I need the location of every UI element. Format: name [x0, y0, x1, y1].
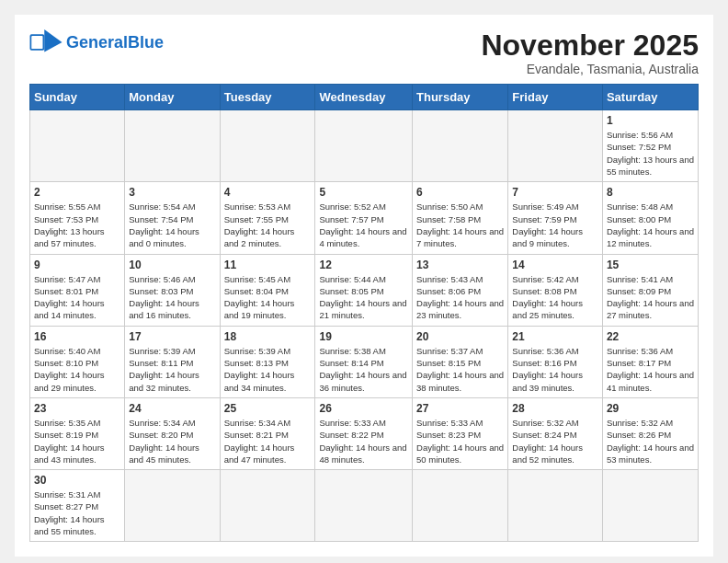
calendar: Sunday Monday Tuesday Wednesday Thursday… — [29, 84, 699, 542]
day-info: Sunrise: 5:40 AM Sunset: 8:10 PM Dayligh… — [34, 345, 120, 394]
calendar-cell: 5Sunrise: 5:52 AM Sunset: 7:57 PM Daylig… — [315, 182, 413, 254]
svg-marker-1 — [44, 29, 62, 52]
calendar-week-3: 9Sunrise: 5:47 AM Sunset: 8:01 PM Daylig… — [30, 254, 699, 326]
calendar-cell — [220, 470, 315, 542]
calendar-cell: 23Sunrise: 5:35 AM Sunset: 8:19 PM Dayli… — [30, 397, 125, 469]
day-info: Sunrise: 5:32 AM Sunset: 8:26 PM Dayligh… — [607, 417, 694, 465]
logo: GeneralBlue — [29, 29, 164, 55]
calendar-cell: 30Sunrise: 5:31 AM Sunset: 8:27 PM Dayli… — [30, 470, 125, 542]
calendar-cell: 25Sunrise: 5:34 AM Sunset: 8:21 PM Dayli… — [220, 397, 315, 469]
calendar-cell — [413, 470, 508, 542]
day-info: Sunrise: 5:39 AM Sunset: 8:13 PM Dayligh… — [224, 345, 312, 394]
day-number: 13 — [416, 259, 504, 271]
day-info: Sunrise: 5:55 AM Sunset: 7:53 PM Dayligh… — [34, 201, 120, 249]
logo-general: General — [66, 33, 128, 52]
calendar-cell: 2Sunrise: 5:55 AM Sunset: 7:53 PM Daylig… — [30, 182, 125, 254]
logo-text: GeneralBlue — [66, 34, 164, 51]
col-sunday: Sunday — [30, 85, 125, 110]
calendar-cell — [602, 470, 698, 542]
calendar-cell — [125, 470, 220, 542]
calendar-cell — [125, 110, 220, 182]
calendar-week-6: 30Sunrise: 5:31 AM Sunset: 8:27 PM Dayli… — [30, 470, 699, 542]
day-info: Sunrise: 5:53 AM Sunset: 7:55 PM Dayligh… — [224, 201, 312, 249]
calendar-week-5: 23Sunrise: 5:35 AM Sunset: 8:19 PM Dayli… — [30, 397, 699, 469]
day-info: Sunrise: 5:46 AM Sunset: 8:03 PM Dayligh… — [129, 273, 215, 322]
day-number: 29 — [607, 402, 694, 415]
location-subtitle: Evandale, Tasmania, Australia — [481, 62, 699, 76]
calendar-cell: 24Sunrise: 5:34 AM Sunset: 8:20 PM Dayli… — [125, 397, 220, 469]
day-info: Sunrise: 5:45 AM Sunset: 8:04 PM Dayligh… — [224, 273, 312, 322]
col-saturday: Saturday — [602, 85, 698, 110]
day-info: Sunrise: 5:35 AM Sunset: 8:19 PM Dayligh… — [34, 417, 120, 465]
day-number: 14 — [512, 259, 598, 271]
calendar-cell — [315, 470, 413, 542]
logo-icon — [29, 29, 63, 55]
day-number: 26 — [319, 402, 408, 415]
day-info: Sunrise: 5:44 AM Sunset: 8:05 PM Dayligh… — [319, 273, 408, 322]
calendar-cell: 28Sunrise: 5:32 AM Sunset: 8:24 PM Dayli… — [508, 397, 603, 469]
day-number: 1 — [607, 114, 694, 127]
day-number: 28 — [512, 402, 598, 415]
day-number: 4 — [224, 186, 312, 199]
calendar-cell: 22Sunrise: 5:36 AM Sunset: 8:17 PM Dayli… — [602, 326, 698, 397]
calendar-cell — [413, 110, 508, 182]
calendar-cell: 11Sunrise: 5:45 AM Sunset: 8:04 PM Dayli… — [220, 254, 315, 326]
day-number: 9 — [34, 259, 120, 271]
day-number: 30 — [34, 474, 120, 487]
calendar-header-row: Sunday Monday Tuesday Wednesday Thursday… — [30, 85, 699, 110]
col-friday: Friday — [508, 85, 603, 110]
col-thursday: Thursday — [413, 85, 508, 110]
day-info: Sunrise: 5:33 AM Sunset: 8:23 PM Dayligh… — [416, 417, 504, 465]
calendar-cell — [315, 110, 413, 182]
day-number: 27 — [416, 402, 504, 415]
calendar-cell: 10Sunrise: 5:46 AM Sunset: 8:03 PM Dayli… — [125, 254, 220, 326]
day-number: 5 — [319, 186, 408, 199]
calendar-cell: 9Sunrise: 5:47 AM Sunset: 8:01 PM Daylig… — [30, 254, 125, 326]
col-wednesday: Wednesday — [315, 85, 413, 110]
calendar-cell: 16Sunrise: 5:40 AM Sunset: 8:10 PM Dayli… — [30, 326, 125, 397]
day-info: Sunrise: 5:47 AM Sunset: 8:01 PM Dayligh… — [34, 273, 120, 322]
calendar-cell — [220, 110, 315, 182]
header: GeneralBlue November 2025 Evandale, Tasm… — [29, 29, 699, 76]
day-info: Sunrise: 5:56 AM Sunset: 7:52 PM Dayligh… — [607, 129, 694, 178]
day-info: Sunrise: 5:39 AM Sunset: 8:11 PM Dayligh… — [129, 345, 215, 394]
day-info: Sunrise: 5:41 AM Sunset: 8:09 PM Dayligh… — [607, 273, 694, 322]
calendar-cell: 26Sunrise: 5:33 AM Sunset: 8:22 PM Dayli… — [315, 397, 413, 469]
day-info: Sunrise: 5:43 AM Sunset: 8:06 PM Dayligh… — [416, 273, 504, 322]
day-info: Sunrise: 5:50 AM Sunset: 7:58 PM Dayligh… — [416, 201, 504, 249]
day-info: Sunrise: 5:34 AM Sunset: 8:20 PM Dayligh… — [129, 417, 215, 465]
calendar-week-4: 16Sunrise: 5:40 AM Sunset: 8:10 PM Dayli… — [30, 326, 699, 397]
day-number: 22 — [607, 330, 694, 343]
calendar-cell: 21Sunrise: 5:36 AM Sunset: 8:16 PM Dayli… — [508, 326, 603, 397]
day-info: Sunrise: 5:49 AM Sunset: 7:59 PM Dayligh… — [512, 201, 598, 249]
calendar-cell: 18Sunrise: 5:39 AM Sunset: 8:13 PM Dayli… — [220, 326, 315, 397]
day-number: 18 — [224, 330, 312, 343]
svg-rect-2 — [31, 36, 42, 49]
day-info: Sunrise: 5:42 AM Sunset: 8:08 PM Dayligh… — [512, 273, 598, 322]
day-info: Sunrise: 5:48 AM Sunset: 8:00 PM Dayligh… — [607, 201, 694, 249]
day-number: 24 — [129, 402, 215, 415]
calendar-cell — [30, 110, 125, 182]
calendar-cell: 14Sunrise: 5:42 AM Sunset: 8:08 PM Dayli… — [508, 254, 603, 326]
calendar-cell: 29Sunrise: 5:32 AM Sunset: 8:26 PM Dayli… — [602, 397, 698, 469]
day-number: 15 — [607, 259, 694, 271]
calendar-cell: 12Sunrise: 5:44 AM Sunset: 8:05 PM Dayli… — [315, 254, 413, 326]
day-number: 23 — [34, 402, 120, 415]
day-number: 2 — [34, 186, 120, 199]
day-number: 3 — [129, 186, 215, 199]
day-info: Sunrise: 5:54 AM Sunset: 7:54 PM Dayligh… — [129, 201, 215, 249]
month-title: November 2025 — [481, 29, 699, 62]
day-number: 12 — [319, 259, 408, 271]
day-number: 17 — [129, 330, 215, 343]
day-info: Sunrise: 5:52 AM Sunset: 7:57 PM Dayligh… — [319, 201, 408, 249]
calendar-cell — [508, 470, 603, 542]
day-info: Sunrise: 5:36 AM Sunset: 8:16 PM Dayligh… — [512, 345, 598, 394]
day-info: Sunrise: 5:36 AM Sunset: 8:17 PM Dayligh… — [607, 345, 694, 394]
day-info: Sunrise: 5:33 AM Sunset: 8:22 PM Dayligh… — [319, 417, 408, 465]
calendar-week-2: 2Sunrise: 5:55 AM Sunset: 7:53 PM Daylig… — [30, 182, 699, 254]
calendar-cell: 7Sunrise: 5:49 AM Sunset: 7:59 PM Daylig… — [508, 182, 603, 254]
calendar-week-1: 1Sunrise: 5:56 AM Sunset: 7:52 PM Daylig… — [30, 110, 699, 182]
day-info: Sunrise: 5:37 AM Sunset: 8:15 PM Dayligh… — [416, 345, 504, 394]
day-number: 6 — [416, 186, 504, 199]
calendar-cell: 15Sunrise: 5:41 AM Sunset: 8:09 PM Dayli… — [602, 254, 698, 326]
